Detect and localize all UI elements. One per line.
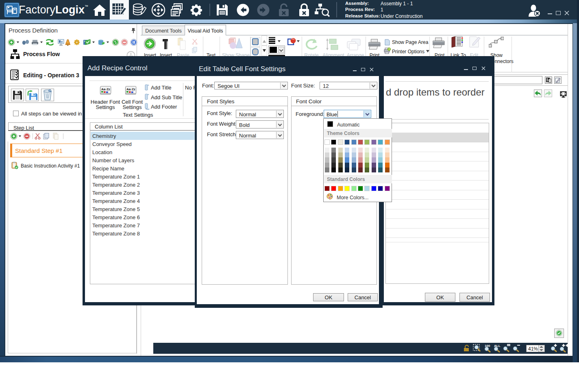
svg-text:Aa·Zz: Aa·Zz xyxy=(126,87,135,91)
svg-text:Aa·Zz: Aa·Zz xyxy=(101,87,110,91)
svg-text:?: ? xyxy=(388,48,390,50)
